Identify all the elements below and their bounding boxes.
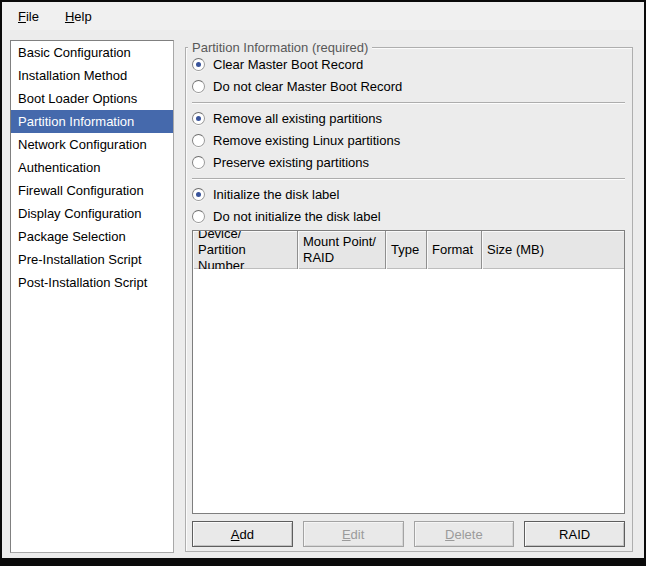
main-panel: Partition Information (required) Clear M… (185, 40, 633, 553)
button-label: Add (231, 527, 254, 542)
radio-remove-all-partitions[interactable]: Remove all existing partitions (192, 108, 625, 130)
column-header-mount-point-raid[interactable]: Mount Point/ RAID (298, 231, 386, 269)
radio-label: Do not initialize the disk label (213, 209, 381, 224)
category-list: Basic Configuration Installation Method … (10, 40, 174, 553)
partition-information-frame: Partition Information (required) Clear M… (185, 47, 633, 552)
radio-button-icon[interactable] (192, 80, 205, 93)
radio-do-not-initialize-disk-label[interactable]: Do not initialize the disk label (192, 206, 625, 228)
content-area: Basic Configuration Installation Method … (2, 30, 644, 558)
column-header-type[interactable]: Type (386, 231, 427, 269)
column-header-size-mb[interactable]: Size (MB) (482, 231, 624, 269)
column-header-device-partition-number[interactable]: Device/ Partition Number (193, 231, 298, 269)
sidebar-item-authentication[interactable]: Authentication (11, 156, 173, 179)
sidebar-item-network-configuration[interactable]: Network Configuration (11, 133, 173, 156)
radio-preserve-partitions[interactable]: Preserve existing partitions (192, 152, 625, 174)
sidebar-item-partition-information[interactable]: Partition Information (11, 110, 173, 133)
add-button[interactable]: Add (192, 521, 293, 547)
radio-do-not-clear-mbr[interactable]: Do not clear Master Boot Record (192, 76, 625, 98)
radio-remove-linux-partitions[interactable]: Remove existing Linux partitions (192, 130, 625, 152)
radio-button-icon[interactable] (192, 156, 205, 169)
radio-button-icon[interactable] (192, 210, 205, 223)
sidebar-item-pre-installation-script[interactable]: Pre-Installation Script (11, 248, 173, 271)
kickstart-configurator-window: File Help Basic Configuration Installati… (0, 0, 646, 566)
menu-file[interactable]: File (16, 7, 41, 26)
partition-table-body[interactable] (193, 269, 624, 513)
radio-button-icon[interactable] (192, 112, 205, 125)
button-label: RAID (559, 527, 590, 542)
separator (192, 102, 625, 104)
delete-button[interactable]: Delete (414, 521, 515, 547)
radio-label: Initialize the disk label (213, 187, 339, 202)
button-label: Delete (445, 527, 483, 542)
sidebar-item-boot-loader-options[interactable]: Boot Loader Options (11, 87, 173, 110)
column-header-format[interactable]: Format (427, 231, 482, 269)
raid-button[interactable]: RAID (524, 521, 625, 547)
radio-label: Remove all existing partitions (213, 111, 382, 126)
radio-button-icon[interactable] (192, 134, 205, 147)
separator (192, 178, 625, 180)
sidebar-item-installation-method[interactable]: Installation Method (11, 64, 173, 87)
sidebar-item-post-installation-script[interactable]: Post-Installation Script (11, 271, 173, 294)
radio-clear-mbr[interactable]: Clear Master Boot Record (192, 54, 625, 76)
table-button-row: Add Edit Delete RAID (192, 521, 625, 547)
radio-label: Preserve existing partitions (213, 155, 369, 170)
sidebar-item-basic-configuration[interactable]: Basic Configuration (11, 41, 173, 64)
frame-title: Partition Information (required) (188, 39, 372, 56)
menubar: File Help (2, 2, 644, 30)
button-label: Edit (342, 527, 364, 542)
radio-button-icon[interactable] (192, 58, 205, 71)
radio-label: Clear Master Boot Record (213, 57, 363, 72)
menu-help[interactable]: Help (63, 7, 94, 26)
sidebar-item-firewall-configuration[interactable]: Firewall Configuration (11, 179, 173, 202)
radio-label: Do not clear Master Boot Record (213, 79, 402, 94)
partition-table: Device/ Partition Number Mount Point/ RA… (192, 230, 625, 514)
radio-label: Remove existing Linux partitions (213, 133, 400, 148)
radio-button-icon[interactable] (192, 188, 205, 201)
sidebar-item-display-configuration[interactable]: Display Configuration (11, 202, 173, 225)
edit-button[interactable]: Edit (303, 521, 404, 547)
partition-table-header: Device/ Partition Number Mount Point/ RA… (193, 231, 624, 269)
sidebar-item-package-selection[interactable]: Package Selection (11, 225, 173, 248)
radio-initialize-disk-label[interactable]: Initialize the disk label (192, 184, 625, 206)
